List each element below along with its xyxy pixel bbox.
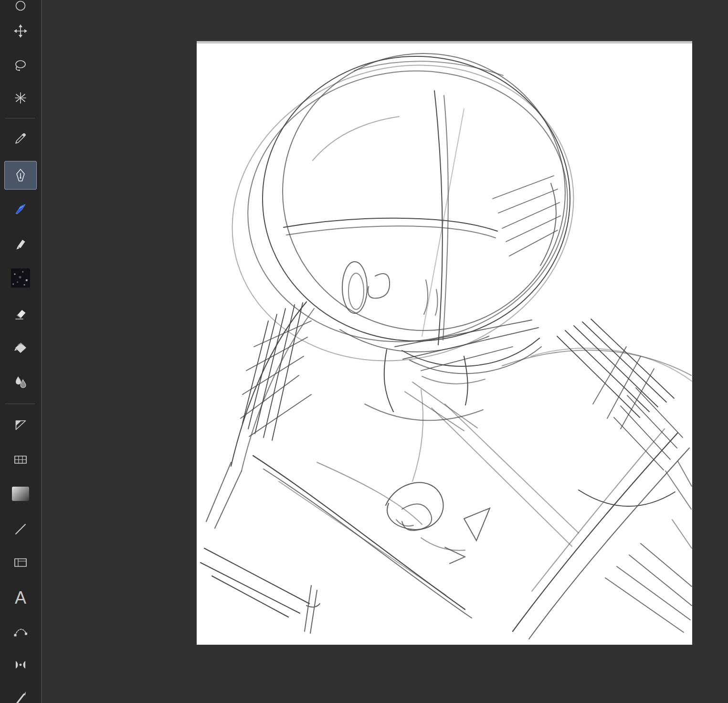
eyedropper-icon bbox=[13, 131, 28, 146]
tool-brush[interactable] bbox=[7, 684, 34, 703]
tool-color-indicator[interactable] bbox=[7, 0, 34, 19]
circle-icon bbox=[13, 0, 28, 13]
tool-sidebar: A bbox=[0, 0, 42, 703]
grid-icon bbox=[13, 452, 28, 467]
tool-move[interactable] bbox=[7, 18, 34, 44]
tool-figure[interactable] bbox=[7, 412, 34, 438]
tool-eraser[interactable] bbox=[7, 300, 34, 327]
brush-icon bbox=[13, 690, 28, 703]
eraser-icon bbox=[13, 306, 28, 320]
tool-gradient[interactable] bbox=[7, 480, 34, 507]
flag-icon bbox=[13, 418, 28, 432]
toolbar-divider bbox=[5, 118, 35, 118]
magic-wand-icon bbox=[13, 91, 28, 105]
tool-fill[interactable] bbox=[7, 334, 34, 361]
workspace bbox=[42, 0, 728, 703]
pen-icon bbox=[13, 168, 28, 182]
frame-icon bbox=[13, 555, 28, 570]
curve-points-icon bbox=[13, 624, 28, 639]
tool-pencil[interactable] bbox=[7, 196, 34, 223]
tool-marker[interactable] bbox=[7, 230, 34, 257]
toolbar-divider bbox=[5, 404, 35, 404]
tool-decoration[interactable] bbox=[7, 265, 34, 291]
tool-grid[interactable] bbox=[7, 446, 34, 473]
paint-bucket-icon bbox=[13, 341, 28, 355]
move-icon bbox=[13, 24, 28, 38]
tool-lasso[interactable] bbox=[7, 52, 34, 79]
tool-symmetry[interactable] bbox=[7, 651, 34, 678]
tool-line[interactable] bbox=[7, 516, 34, 543]
drawing-canvas[interactable] bbox=[197, 41, 692, 645]
marker-icon bbox=[13, 236, 28, 251]
gradient-square-icon bbox=[12, 487, 29, 501]
tool-frame[interactable] bbox=[7, 549, 34, 576]
lasso-icon bbox=[13, 58, 28, 73]
text-icon: A bbox=[15, 589, 26, 607]
bow-icon bbox=[13, 657, 28, 672]
tool-blend[interactable] bbox=[7, 369, 34, 395]
line-icon bbox=[13, 522, 28, 536]
tool-text[interactable]: A bbox=[7, 585, 34, 611]
tool-eyedropper[interactable] bbox=[7, 125, 34, 152]
sketch-drawing bbox=[197, 41, 692, 645]
blend-drops-icon bbox=[13, 374, 28, 390]
tool-pen[interactable] bbox=[4, 161, 37, 190]
tool-path[interactable] bbox=[7, 618, 34, 645]
texture-brush-icon bbox=[11, 268, 30, 288]
tool-auto-select[interactable] bbox=[7, 85, 34, 111]
blue-pencil-icon bbox=[13, 202, 28, 216]
